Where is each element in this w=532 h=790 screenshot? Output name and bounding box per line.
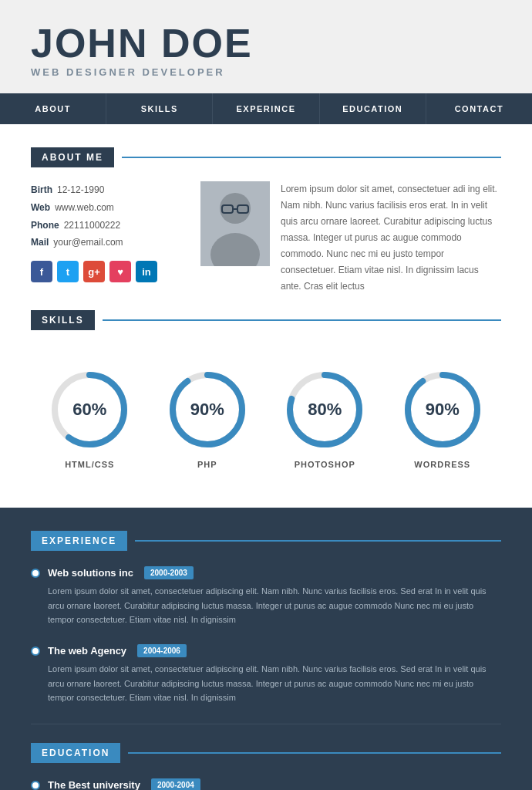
- skill-percent-wordpress: 90%: [426, 400, 460, 420]
- nav-education[interactable]: EDUCATION: [320, 93, 426, 124]
- exp-dot-2: [31, 647, 40, 656]
- exp-year-2: 2004-2006: [137, 644, 187, 657]
- phone-label: Phone: [31, 220, 59, 231]
- skills-header: SKILLS: [31, 310, 501, 330]
- skill-percent-htmlcss: 60%: [72, 400, 106, 420]
- skill-circle-wordpress: 90%: [400, 367, 485, 452]
- education-header: EDUCATION: [31, 743, 501, 763]
- exp-item-2: The web Agency 2004-2006 Lorem ipsum dol…: [31, 644, 501, 705]
- header-name: JOHN DOE: [31, 23, 501, 63]
- about-header: ABOUT ME: [31, 147, 501, 167]
- linkedin-icon[interactable]: in: [136, 261, 157, 282]
- mail-label: Mail: [31, 237, 49, 248]
- skill-label-htmlcss: HTML/CSS: [65, 460, 114, 469]
- skills-label: SKILLS: [31, 310, 95, 330]
- nav-about[interactable]: ABOUT: [0, 93, 106, 124]
- web-row: Webwww.web.com: [31, 199, 185, 217]
- exp-header-1: Web solutions inc 2000-2003: [31, 566, 501, 579]
- skill-percent-php: 90%: [190, 400, 224, 420]
- nav-contact[interactable]: CONTACT: [426, 93, 532, 124]
- birth-value: 12-12-1990: [57, 184, 104, 195]
- edu-header-1: The Best university 2000-2004: [31, 778, 501, 790]
- edu-year-1: 2000-2004: [151, 778, 200, 790]
- about-bio: Lorem ipsum dolor sit amet, consectetuer…: [281, 181, 501, 295]
- experience-label: EXPERIENCE: [31, 531, 127, 551]
- mail-value: your@email.com: [53, 237, 123, 248]
- skill-php: 90% PHP: [165, 367, 250, 469]
- skills-section: SKILLS 60% HTML/CSS: [31, 310, 501, 484]
- twitter-icon[interactable]: t: [57, 261, 79, 282]
- exp-company-1: Web solutions inc: [48, 567, 133, 579]
- skill-htmlcss: 60% HTML/CSS: [47, 367, 132, 469]
- about-line: [122, 157, 501, 158]
- skills-line: [103, 319, 501, 321]
- instagram-icon[interactable]: ♥: [109, 261, 131, 282]
- experience-header: EXPERIENCE: [31, 531, 501, 551]
- header-section: JOHN DOE WEB DESIGNER DEVELOPER: [0, 0, 532, 93]
- exp-company-2: The web Agency: [48, 645, 126, 657]
- web-label: Web: [31, 202, 50, 213]
- skill-label-wordpress: WORDRESS: [414, 460, 470, 469]
- exp-item-1: Web solutions inc 2000-2003 Lorem ipsum …: [31, 566, 501, 627]
- experience-line: [135, 540, 501, 542]
- social-icons: f t g+ ♥ in: [31, 261, 185, 282]
- edu-item-1: The Best university 2000-2004 Vestibulum…: [31, 778, 501, 790]
- skill-wordpress: 90% WORDRESS: [400, 367, 485, 469]
- exp-header-2: The web Agency 2004-2006: [31, 644, 501, 657]
- skill-circle-php: 90%: [165, 367, 250, 452]
- exp-desc-1: Lorem ipsum dolor sit amet, consectetuer…: [31, 584, 501, 627]
- web-value: www.web.com: [55, 202, 114, 213]
- skill-circle-htmlcss: 60%: [47, 367, 132, 452]
- nav-skills[interactable]: SKILLS: [106, 93, 213, 124]
- education-label: EDUCATION: [31, 743, 120, 763]
- about-left: Birth12-12-1990 Webwww.web.com Phone2211…: [31, 181, 185, 295]
- facebook-icon[interactable]: f: [31, 261, 52, 282]
- white-section: ABOUT ME Birth12-12-1990 Webwww.web.com …: [0, 124, 532, 508]
- birth-row: Birth12-12-1990: [31, 181, 185, 199]
- skill-circle-photoshop: 80%: [282, 367, 367, 452]
- skill-photoshop: 80% PHOTOSHOP: [282, 367, 367, 469]
- navigation: ABOUT SKILLS EXPERINCE EDUCATION CONTACT: [0, 93, 532, 124]
- birth-label: Birth: [31, 184, 52, 195]
- edu-school-1: The Best university: [48, 779, 140, 790]
- exp-dot-1: [31, 569, 40, 578]
- skill-label-php: PHP: [197, 460, 217, 469]
- skill-percent-photoshop: 80%: [308, 400, 342, 420]
- edu-dot-1: [31, 781, 40, 790]
- about-grid: Birth12-12-1990 Webwww.web.com Phone2211…: [31, 181, 501, 295]
- about-label: ABOUT ME: [31, 147, 114, 167]
- exp-desc-2: Lorem ipsum dolor sit amet, consectetuer…: [31, 662, 501, 705]
- mail-row: Mailyour@email.com: [31, 234, 185, 252]
- profile-photo: [200, 181, 270, 266]
- header-title: WEB DESIGNER DEVELOPER: [31, 66, 501, 78]
- about-middle: Lorem ipsum dolor sit amet, consectetuer…: [200, 181, 501, 295]
- google-icon[interactable]: g+: [83, 261, 105, 282]
- dark-section: EXPERIENCE Web solutions inc 2000-2003 L…: [0, 508, 532, 790]
- phone-row: Phone22111000222: [31, 217, 185, 235]
- skill-label-photoshop: PHOTOSHOP: [295, 460, 355, 469]
- nav-experience[interactable]: EXPERINCE: [213, 93, 319, 124]
- section-divider: [31, 724, 501, 724]
- exp-year-1: 2000-2003: [144, 566, 194, 579]
- skills-circles: 60% HTML/CSS 90% PHP: [31, 344, 501, 484]
- phone-value: 22111000222: [64, 220, 120, 231]
- education-line: [128, 752, 501, 754]
- about-info: Birth12-12-1990 Webwww.web.com Phone2211…: [31, 181, 185, 252]
